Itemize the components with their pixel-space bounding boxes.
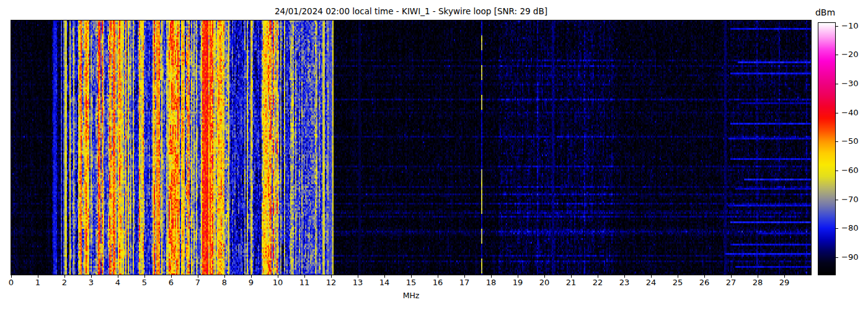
x-tick-label: 26 bbox=[695, 278, 714, 287]
colorbar-tick bbox=[835, 84, 838, 84]
colorbar-tick bbox=[835, 257, 838, 258]
colorbar-tick bbox=[835, 55, 838, 55]
x-tick-label: 9 bbox=[242, 278, 260, 287]
x-tick-label: 25 bbox=[668, 278, 687, 287]
chart-title: 24/01/2024 02:00 local time - KIWI_1 - S… bbox=[11, 6, 811, 16]
x-tick-label: 20 bbox=[535, 278, 554, 287]
x-tick-label: 15 bbox=[402, 278, 420, 287]
colorbar-tick bbox=[835, 26, 838, 27]
colorbar-tick-label: −50 bbox=[841, 136, 858, 146]
x-tick-label: 0 bbox=[2, 278, 20, 287]
x-tick-label: 10 bbox=[268, 278, 287, 287]
colorbar-tick bbox=[835, 113, 838, 113]
colorbar-tick bbox=[835, 200, 838, 200]
colorbar-tick-label: −60 bbox=[841, 166, 858, 175]
colorbar-unit-label: dBm bbox=[811, 7, 839, 17]
x-tick-label: 24 bbox=[642, 278, 660, 287]
colorbar-tick bbox=[835, 170, 838, 171]
x-tick-label: 21 bbox=[562, 278, 580, 287]
x-tick-label: 12 bbox=[322, 278, 340, 287]
colorbar-tick-label: −30 bbox=[841, 79, 858, 89]
x-tick-label: 1 bbox=[29, 278, 47, 287]
colorbar-tick-label: −90 bbox=[841, 252, 858, 262]
x-tick-label: 16 bbox=[428, 278, 447, 287]
colorbar-tick bbox=[835, 228, 838, 229]
x-tick-label: 18 bbox=[482, 278, 500, 287]
x-tick-label: 2 bbox=[55, 278, 74, 287]
colorbar-tick-label: −20 bbox=[841, 50, 858, 60]
x-tick-label: 17 bbox=[455, 278, 474, 287]
x-tick-label: 23 bbox=[615, 278, 634, 287]
x-tick-label: 29 bbox=[775, 278, 794, 287]
x-tick-label: 28 bbox=[748, 278, 767, 287]
colorbar-tick-label: −10 bbox=[841, 21, 858, 31]
x-tick-label: 7 bbox=[188, 278, 207, 287]
colorbar-tick-label: −80 bbox=[841, 223, 858, 233]
x-tick-label: 8 bbox=[215, 278, 234, 287]
waterfall-plot bbox=[11, 20, 812, 275]
x-axis-label: MHz bbox=[11, 291, 811, 300]
x-tick-label: 11 bbox=[295, 278, 314, 287]
x-tick-label: 22 bbox=[588, 278, 607, 287]
x-tick-label: 14 bbox=[375, 278, 394, 287]
colorbar-tick-label: −70 bbox=[841, 195, 858, 205]
colorbar-tick-label: −40 bbox=[841, 108, 858, 118]
x-tick-label: 19 bbox=[508, 278, 527, 287]
x-tick-label: 4 bbox=[108, 278, 127, 287]
x-tick-label: 3 bbox=[82, 278, 100, 287]
x-tick-label: 27 bbox=[722, 278, 740, 287]
x-tick-label: 5 bbox=[135, 278, 154, 287]
colorbar-tick bbox=[835, 141, 838, 142]
colorbar-gradient bbox=[818, 22, 836, 275]
spectrogram-figure: 24/01/2024 02:00 local time - KIWI_1 - S… bbox=[0, 0, 868, 310]
x-tick-label: 13 bbox=[348, 278, 367, 287]
x-tick-label: 6 bbox=[162, 278, 180, 287]
